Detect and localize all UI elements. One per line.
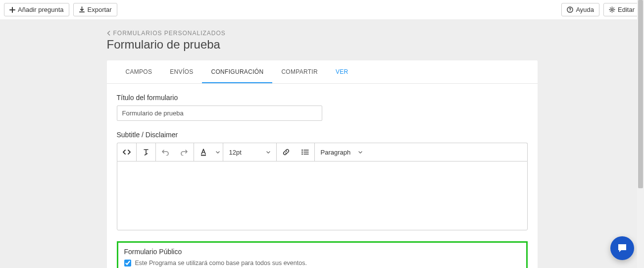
public-checkbox[interactable]: [124, 260, 131, 267]
code-icon: [122, 149, 131, 156]
top-toolbar: Añadir pregunta Exportar Ayuda Editar: [0, 0, 644, 20]
svg-point-2: [611, 9, 613, 11]
code-view-button[interactable]: [117, 143, 136, 161]
svg-point-1: [570, 11, 570, 11]
scrollbar[interactable]: [637, 0, 644, 268]
breadcrumb[interactable]: FORMULARIOS PERSONALIZADOS: [107, 30, 538, 37]
svg-point-6: [301, 154, 303, 155]
redo-button[interactable]: [175, 143, 194, 161]
link-button[interactable]: [277, 143, 296, 161]
chevron-left-icon: [107, 31, 110, 36]
link-icon: [282, 148, 290, 156]
add-question-button[interactable]: Añadir pregunta: [4, 3, 69, 16]
svg-rect-3: [201, 155, 206, 156]
text-color-icon: [200, 148, 207, 156]
main-container: FORMULARIOS PERSONALIZADOS Formulario de…: [107, 30, 538, 268]
editor-textarea[interactable]: [117, 161, 528, 230]
public-form-highlight: Formulario Público Este Programa se util…: [117, 241, 528, 268]
undo-button[interactable]: [156, 143, 175, 161]
title-label: Título del formulario: [117, 94, 528, 102]
chevron-down-icon: [358, 151, 362, 154]
toolbar-right: Ayuda Editar: [561, 3, 640, 16]
public-form-title: Formulario Público: [124, 248, 520, 256]
subtitle-label: Subtitle / Disclaimer: [117, 131, 528, 139]
editor-toolbar: 12pt: [117, 143, 528, 161]
svg-point-4: [301, 150, 303, 151]
text-color-button[interactable]: [194, 143, 213, 161]
edit-label: Editar: [618, 6, 635, 13]
chevron-down-icon: [266, 151, 270, 154]
card: CAMPOS ENVÍOS CONFIGURACIÓN COMPARTIR VE…: [107, 60, 538, 268]
bullet-list-button[interactable]: [296, 143, 314, 161]
chevron-down-icon: [216, 151, 220, 154]
download-icon: [79, 6, 85, 13]
text-color-caret[interactable]: [213, 143, 223, 161]
redo-icon: [180, 149, 188, 156]
tab-envios[interactable]: ENVÍOS: [161, 60, 202, 83]
toolbar-left: Añadir pregunta Exportar: [4, 3, 117, 16]
help-icon: [567, 6, 573, 13]
font-size-value: 12pt: [229, 149, 242, 156]
chat-icon: [616, 242, 628, 254]
tab-campos[interactable]: CAMPOS: [117, 60, 161, 83]
editor-wrapper: Subtitle / Disclaimer: [117, 131, 528, 230]
block-type-value: Paragraph: [321, 149, 351, 156]
undo-icon: [161, 149, 169, 156]
tab-configuracion[interactable]: CONFIGURACIÓN: [202, 60, 272, 83]
tab-compartir[interactable]: COMPARTIR: [272, 60, 327, 83]
breadcrumb-label: FORMULARIOS PERSONALIZADOS: [113, 30, 226, 37]
svg-point-5: [301, 152, 303, 153]
add-question-label: Añadir pregunta: [18, 6, 64, 13]
block-type-select[interactable]: Paragraph: [315, 143, 368, 161]
title-input[interactable]: [117, 106, 322, 121]
bullet-list-icon: [301, 149, 309, 156]
scrollbar-thumb[interactable]: [638, 0, 643, 188]
page-title: Formulario de prueba: [107, 38, 538, 52]
gear-icon: [609, 6, 615, 13]
form-section: Título del formulario Subtitle / Disclai…: [107, 84, 538, 268]
public-checkbox-label: Este Programa se utilizará como base par…: [135, 260, 307, 267]
tabs: CAMPOS ENVÍOS CONFIGURACIÓN COMPARTIR VE…: [107, 60, 538, 84]
export-label: Exportar: [88, 6, 112, 13]
plus-icon: [9, 7, 15, 13]
edit-button[interactable]: Editar: [603, 3, 640, 16]
clear-format-button[interactable]: [137, 143, 155, 161]
public-checkbox-row[interactable]: Este Programa se utilizará como base par…: [124, 260, 520, 267]
chat-bubble-button[interactable]: [610, 236, 634, 260]
export-button[interactable]: Exportar: [73, 3, 117, 16]
help-button[interactable]: Ayuda: [561, 3, 599, 16]
clear-format-icon: [142, 148, 150, 156]
tab-ver[interactable]: VER: [327, 60, 357, 83]
help-label: Ayuda: [576, 6, 594, 13]
font-size-select[interactable]: 12pt: [223, 143, 277, 161]
